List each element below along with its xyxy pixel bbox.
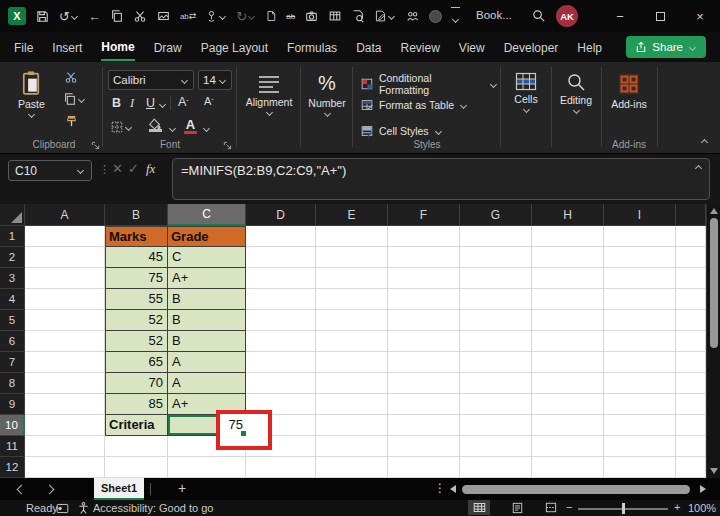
cell-B11[interactable] — [105, 436, 168, 457]
editing-group-button[interactable]: Editing — [553, 72, 599, 113]
cell-B10[interactable]: Criteria — [105, 415, 168, 436]
row-header-12[interactable]: 12 — [0, 457, 25, 478]
insert-table-icon[interactable] — [328, 9, 342, 23]
sheet-tab-sheet1[interactable]: Sheet1 — [94, 478, 144, 500]
vertical-scroll-thumb[interactable] — [710, 218, 718, 348]
italic-button[interactable]: I — [130, 96, 134, 111]
cell-x12[interactable] — [676, 457, 706, 478]
cell-C2[interactable]: C — [168, 247, 246, 268]
cell-D12[interactable] — [246, 457, 316, 478]
cell-C7[interactable]: A — [168, 352, 246, 373]
draw-document-icon[interactable] — [374, 9, 396, 23]
cell-styles-button[interactable]: Cell Styles — [360, 124, 443, 138]
cell-D1[interactable] — [246, 226, 316, 247]
chevron-down-icon[interactable] — [219, 12, 226, 19]
cell-B5[interactable]: 52 — [105, 310, 168, 331]
undo-icon[interactable]: ↺ — [59, 9, 79, 24]
cell-G8[interactable] — [460, 373, 532, 394]
cell-B6[interactable]: 52 — [105, 331, 168, 352]
normal-view-button[interactable] — [468, 500, 490, 515]
cell-I8[interactable] — [604, 373, 676, 394]
cell-D8[interactable] — [246, 373, 316, 394]
cell-A12[interactable] — [25, 457, 105, 478]
cell-A4[interactable] — [25, 289, 105, 310]
back-icon[interactable]: ← — [88, 9, 101, 24]
cell-F2[interactable] — [388, 247, 460, 268]
cell-F10[interactable] — [388, 415, 460, 436]
cell-I2[interactable] — [604, 247, 676, 268]
tab-file[interactable]: File — [14, 35, 33, 60]
cell-x9[interactable] — [676, 394, 706, 415]
cell-A2[interactable] — [25, 247, 105, 268]
cell-A1[interactable] — [25, 226, 105, 247]
cell-E8[interactable] — [316, 373, 388, 394]
cell-I5[interactable] — [604, 310, 676, 331]
decrease-font-button[interactable]: Aˇ — [204, 95, 214, 107]
cell-D7[interactable] — [246, 352, 316, 373]
cell-G4[interactable] — [460, 289, 532, 310]
cell-E7[interactable] — [316, 352, 388, 373]
scroll-down-arrow[interactable] — [710, 468, 718, 474]
cell-E1[interactable] — [316, 226, 388, 247]
cell-G5[interactable] — [460, 310, 532, 331]
zoom-in-button[interactable]: + — [674, 501, 680, 513]
cell-D2[interactable] — [246, 247, 316, 268]
cell-I12[interactable] — [604, 457, 676, 478]
cell-I10[interactable] — [604, 415, 676, 436]
paste-button[interactable]: Paste — [18, 70, 45, 117]
column-header-partial[interactable] — [676, 204, 706, 226]
column-header-I[interactable]: I — [604, 204, 676, 226]
underline-options-chevron[interactable] — [159, 101, 166, 108]
row-header-9[interactable]: 9 — [0, 394, 25, 415]
font-color-chevron[interactable] — [203, 125, 210, 132]
zoom-level[interactable]: 100% — [688, 502, 716, 514]
cell-F4[interactable] — [388, 289, 460, 310]
accessibility-status[interactable]: Accessibility: Good to go — [93, 502, 213, 514]
row-header-7[interactable]: 7 — [0, 352, 25, 373]
cell-H11[interactable] — [532, 436, 604, 457]
next-sheet-arrow[interactable] — [45, 485, 55, 495]
vertical-scrollbar[interactable] — [706, 204, 720, 478]
tab-help[interactable]: Help — [577, 35, 602, 60]
cell-E4[interactable] — [316, 289, 388, 310]
cell-C1[interactable]: Grade — [168, 226, 246, 247]
cell-H4[interactable] — [532, 289, 604, 310]
cell-x10[interactable] — [676, 415, 706, 436]
cut-button[interactable] — [64, 70, 78, 84]
column-header-D[interactable]: D — [246, 204, 316, 226]
cell-A8[interactable] — [25, 373, 105, 394]
column-header-A[interactable]: A — [25, 204, 105, 226]
tab-home[interactable]: Home — [101, 34, 134, 61]
cell-H6[interactable] — [532, 331, 604, 352]
column-header-F[interactable]: F — [388, 204, 460, 226]
cell-G2[interactable] — [460, 247, 532, 268]
column-header-C[interactable]: C — [168, 204, 246, 226]
cell-x6[interactable] — [676, 331, 706, 352]
row-header-3[interactable]: 3 — [0, 268, 25, 289]
cut-icon[interactable] — [133, 9, 147, 23]
cell-x3[interactable] — [676, 268, 706, 289]
cell-x1[interactable] — [676, 226, 706, 247]
cell-I9[interactable] — [604, 394, 676, 415]
cell-E5[interactable] — [316, 310, 388, 331]
page-layout-view-button[interactable] — [506, 500, 528, 515]
cell-B2[interactable]: 45 — [105, 247, 168, 268]
enter-icon[interactable]: ✓ — [128, 161, 139, 176]
font-name-select[interactable]: Calibri — [108, 70, 194, 90]
cell-A6[interactable] — [25, 331, 105, 352]
cell-B8[interactable]: 70 — [105, 373, 168, 394]
save-icon[interactable] — [35, 9, 50, 24]
cell-E10[interactable] — [316, 415, 388, 436]
collapse-ribbon-chevron[interactable] — [701, 139, 708, 146]
chevron-down-icon[interactable] — [452, 16, 459, 23]
font-size-select[interactable]: 14 — [198, 70, 232, 90]
cell-C8[interactable]: A — [168, 373, 246, 394]
conditional-formatting-button[interactable]: Conditional Formatting — [360, 72, 498, 96]
font-dialog-launcher[interactable] — [223, 141, 232, 150]
minimize-button[interactable]: − — [600, 0, 640, 32]
cell-A11[interactable] — [25, 436, 105, 457]
search-icon[interactable] — [531, 8, 546, 23]
cell-F9[interactable] — [388, 394, 460, 415]
find-replace-icon[interactable]: ab⇄ — [180, 11, 196, 21]
cell-E12[interactable] — [316, 457, 388, 478]
